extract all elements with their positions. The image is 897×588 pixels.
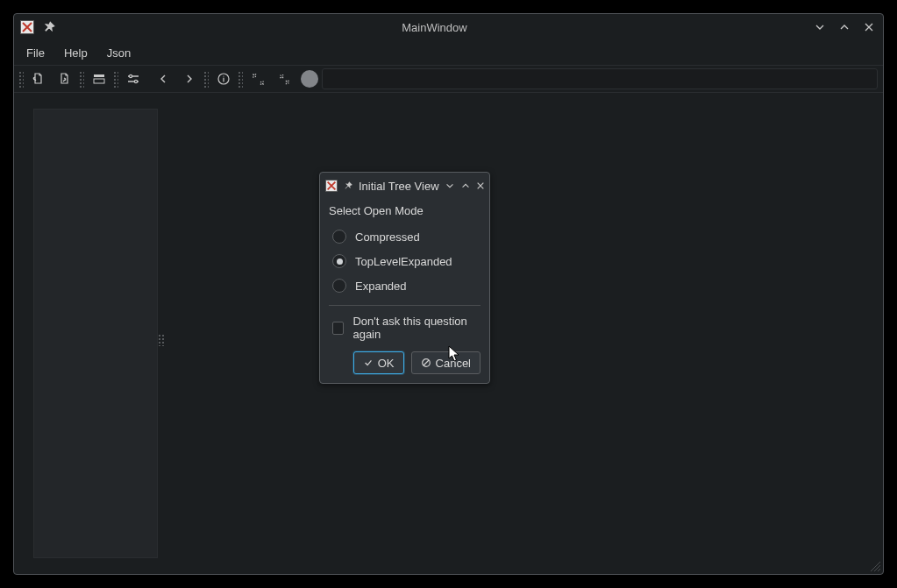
dialog-pin-icon[interactable] [343,179,353,193]
main-panel [163,109,874,558]
side-panel[interactable] [33,109,158,558]
window-controls [811,18,878,36]
minimize-button[interactable] [811,18,829,36]
dont-ask-checkbox-row[interactable]: Don't ask this question again [329,315,481,351]
svg-point-4 [134,80,137,82]
resize-grip-icon[interactable] [867,558,881,572]
toolbar-grip[interactable] [18,70,24,88]
cancel-button-label: Cancel [436,357,471,370]
dialog-maximize-button[interactable] [460,179,471,193]
ok-button[interactable]: OK [353,351,404,374]
splitter-handle[interactable] [158,334,165,346]
app-icon [19,19,35,35]
dialog-close-button[interactable] [476,179,485,193]
search-bubble-icon[interactable] [301,70,318,88]
dialog-prompt: Select Open Mode [329,204,481,217]
toolbar-grip-4[interactable] [203,70,209,88]
radio-label: TopLevelExpanded [355,255,452,268]
toolbar-grip-2[interactable] [78,70,84,88]
export-file-icon[interactable] [53,67,76,90]
toolbar [14,65,883,93]
open-file-icon[interactable] [27,67,50,90]
dialog-separator [329,305,481,306]
check-icon [363,358,374,368]
titlebar: MainWindow [14,14,883,40]
expand-icon[interactable] [246,67,269,90]
sliders-icon[interactable] [122,67,145,90]
dialog-button-row: OK Cancel [329,351,481,374]
checkbox-icon [332,322,344,335]
radio-icon [332,254,346,268]
maximize-button[interactable] [836,18,853,36]
radio-top-level-expanded[interactable]: TopLevelExpanded [329,249,481,273]
search-input[interactable] [322,68,878,89]
menu-json[interactable]: Json [98,43,139,63]
forward-icon[interactable] [178,67,201,90]
prohibit-icon [421,358,431,368]
collapse-icon[interactable] [273,67,295,90]
svg-point-3 [129,74,132,77]
cancel-button[interactable]: Cancel [411,351,481,374]
radio-compressed[interactable]: Compressed [329,224,481,249]
info-icon[interactable] [212,67,235,90]
dialog-title: Initial Tree View [359,180,439,193]
radio-expanded[interactable]: Expanded [329,273,481,298]
dont-ask-label: Don't ask this question again [352,315,481,341]
ok-button-label: OK [378,357,395,370]
svg-rect-2 [94,79,104,83]
dialog-body: Select Open Mode Compressed TopLevelExpa… [320,199,489,383]
toolbar-grip-5[interactable] [237,70,243,88]
toolbar-grip-3[interactable] [112,70,118,88]
initial-tree-view-dialog: Initial Tree View Select Open Mode Compr… [319,172,490,384]
menu-help[interactable]: Help [55,43,96,63]
dialog-minimize-button[interactable] [445,179,455,193]
back-icon[interactable] [152,67,174,90]
svg-rect-1 [94,74,104,77]
menu-file[interactable]: File [18,43,53,63]
radio-label: Compressed [355,230,420,244]
radio-label: Expanded [355,280,407,293]
pin-icon[interactable] [40,18,58,36]
panels-icon[interactable] [88,67,110,90]
radio-icon [332,279,346,293]
dialog-app-icon [325,178,338,194]
window-title: MainWindow [63,21,806,34]
radio-icon [332,230,346,244]
dialog-titlebar: Initial Tree View [320,173,489,199]
close-button[interactable] [860,18,878,36]
menubar: File Help Json [14,40,883,65]
